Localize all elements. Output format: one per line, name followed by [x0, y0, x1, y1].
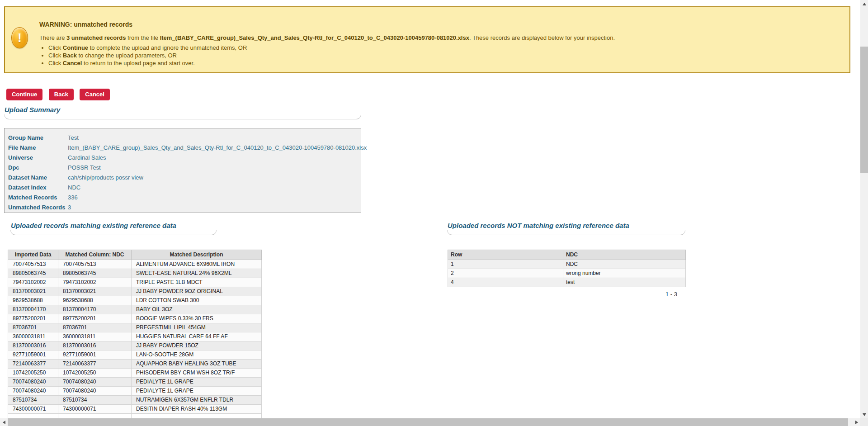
table-row: 7007408024070074080240PEDIALYTE 1L GRAPE: [8, 387, 262, 396]
table-row: 4test: [448, 278, 686, 287]
summary-field-label: File Name: [8, 144, 68, 154]
unmatched-section-heading: Uploaded records NOT matching existing r…: [448, 222, 629, 229]
summary-field-row: Dataset IndexNDC: [8, 184, 356, 194]
upload-summary-rule: [4, 114, 361, 119]
table-cell: AQUAPHOR BABY HEALING 3OZ TUBE: [132, 360, 262, 369]
intro-suffix-text: . These records are displayed below for …: [469, 34, 615, 41]
summary-field-value: cah/ship/products possr view: [68, 174, 143, 184]
warning-exclamation-icon: !: [11, 27, 28, 48]
table-cell: 70074080240: [8, 387, 58, 396]
cancel-button[interactable]: Cancel: [80, 89, 110, 100]
table-cell: PEDIALYTE 1L GRAPE: [132, 378, 262, 387]
vertical-scrollbar-thumb[interactable]: [860, 47, 868, 173]
table-cell: 87510734: [58, 396, 132, 405]
table-cell: NDC: [563, 260, 686, 269]
table-cell: HUGGIES NATURAL CARE 64 FF AF: [132, 332, 262, 341]
table-cell: JJ BABY POWDER 9OZ ORIGINAL: [132, 287, 262, 296]
summary-field-value: Test: [68, 134, 79, 144]
summary-field-row: Matched Records336: [8, 194, 356, 204]
continue-button[interactable]: Continue: [6, 89, 42, 100]
matched-table-header-row: Imported Data Matched Column: NDC Matche…: [8, 250, 262, 260]
table-cell: ALIMENTUM ADVANCE 6X960ML IRON: [132, 260, 262, 269]
summary-field-label: Dpc: [8, 164, 68, 174]
table-cell: 81370004170: [8, 305, 58, 314]
summary-field-row: Dataset Namecah/ship/products possr view: [8, 174, 356, 184]
summary-field-row: DpcPOSSR Test: [8, 164, 356, 174]
table-cell: 70074080240: [8, 378, 58, 387]
summary-field-row: Group NameTest: [8, 134, 356, 144]
table-cell: 36000031811: [58, 332, 132, 341]
scrollbar-corner: [860, 418, 868, 426]
up-arrow-icon: [863, 3, 866, 5]
scroll-right-button[interactable]: [853, 418, 860, 426]
action-button-row: Continue Back Cancel: [6, 89, 114, 100]
warning-bullet-back: Click Back to change the upload paramete…: [48, 52, 840, 59]
summary-field-label: Dataset Name: [8, 174, 68, 184]
summary-field-label: Dataset Index: [8, 184, 68, 194]
unmatched-section-rule: [447, 230, 685, 235]
table-cell: 89775200201: [8, 314, 58, 323]
table-cell: 9629538688: [58, 296, 132, 305]
table-cell: BOOGIE WIPES 0.33% 30 FRS: [132, 314, 262, 323]
table-cell: 74300000071: [8, 405, 58, 414]
matched-records-table: Imported Data Matched Column: NDC Matche…: [8, 250, 262, 418]
table-cell: LDR COTTON SWAB 300: [132, 296, 262, 305]
table-cell: 89805063745: [58, 269, 132, 278]
table-cell: 72140063377: [8, 360, 58, 369]
scroll-down-button[interactable]: [860, 411, 868, 418]
table-row: 1NDC: [448, 260, 686, 269]
table-cell: 74300000071: [58, 405, 132, 414]
warning-bullet-continue: Click Continue to complete the upload an…: [48, 44, 840, 52]
column-header-imported-data: Imported Data: [8, 250, 58, 260]
warning-banner: ! WARNING: unmatched records There are 3…: [4, 6, 850, 73]
left-arrow-icon: [3, 421, 5, 424]
table-cell: JJ BABY POWDER 15OZ: [132, 341, 262, 350]
table-cell: test: [563, 278, 686, 287]
scroll-left-button[interactable]: [0, 418, 8, 426]
table-cell: 36000031811: [8, 332, 58, 341]
unmatched-count-text: 3 unmatched records: [66, 34, 126, 41]
unmatched-table-header-row: Row NDC: [448, 250, 686, 260]
summary-field-label: Matched Records: [8, 194, 68, 204]
intro-prefix-text: There are: [39, 34, 66, 41]
warning-bullet-list: Click Continue to complete the upload an…: [39, 44, 840, 67]
table-cell: PHISODERM BBY CRM WSH 8OZ TR/F: [132, 369, 262, 378]
table-cell: 92771059001: [58, 350, 132, 360]
table-row: 7947310200279473102002TRIPLE PASTE 1LB M…: [8, 278, 262, 287]
summary-field-value: 336: [68, 194, 78, 204]
table-row: 7214006337772140063377AQUAPHOR BABY HEAL…: [8, 360, 262, 369]
table-row: 8751073487510734NUTRAMIGEN 6X357GM ENFLR…: [8, 396, 262, 405]
table-cell: 79473102002: [58, 278, 132, 287]
column-header-ndc: NDC: [563, 250, 686, 260]
summary-field-value: 3: [68, 204, 71, 213]
table-cell: DESITIN DIAPER RASH 40% 113GM: [132, 405, 262, 414]
intro-mid-text: from the file: [126, 34, 160, 41]
table-cell: 1: [448, 260, 563, 269]
table-cell: 87036701: [8, 323, 58, 332]
table-cell: 2: [448, 269, 563, 278]
table-row: 8980506374589805063745SWEET-EASE NATURAL…: [8, 269, 262, 278]
right-arrow-icon: [855, 421, 858, 424]
table-cell: TRIPLE PASTE 1LB MDCT: [132, 278, 262, 287]
table-cell: NUTRAMIGEN 6X357GM ENFLR TDLR: [132, 396, 262, 405]
table-cell: 81370003021: [58, 287, 132, 296]
table-cell: 92771059001: [8, 350, 58, 360]
scroll-up-button[interactable]: [860, 0, 868, 8]
warning-title: WARNING: unmatched records: [39, 21, 840, 28]
table-cell: 81370003016: [58, 341, 132, 350]
matched-table-wrapper: Imported Data Matched Column: NDC Matche…: [8, 250, 262, 418]
warning-bullet-cancel: Click Cancel to return to the upload pag…: [48, 59, 840, 67]
table-cell: wrong number: [563, 269, 686, 278]
table-row: 8137000301681370003016JJ BABY POWDER 15O…: [8, 341, 262, 350]
summary-field-value: Cardinal Sales: [68, 154, 106, 164]
table-cell: 89775200201: [58, 314, 132, 323]
table-cell: 4: [448, 278, 563, 287]
table-row: 96295386889629538688LDR COTTON SWAB 300: [8, 296, 262, 305]
back-button[interactable]: Back: [49, 89, 74, 100]
table-cell: BABY OIL 3OZ: [132, 305, 262, 314]
horizontal-scrollbar-thumb[interactable]: [8, 418, 848, 426]
table-cell: 81370003016: [8, 341, 58, 350]
matched-section-heading: Uploaded records matching existing refer…: [11, 222, 176, 229]
table-row: 8977520020189775200201BOOGIE WIPES 0.33%…: [8, 314, 262, 323]
table-cell: 70074080240: [58, 387, 132, 396]
